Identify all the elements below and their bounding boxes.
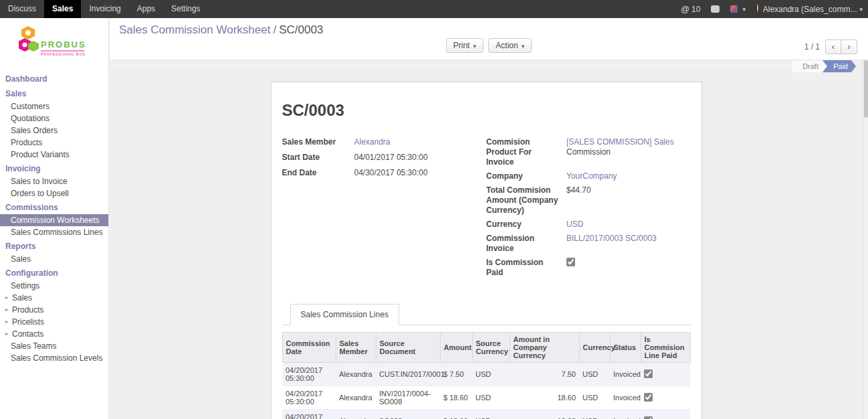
col-source-currency[interactable]: Source Currency <box>472 333 510 363</box>
sidebar-item-products[interactable]: Products <box>0 137 108 149</box>
sidebar-heading-invoicing[interactable]: Invoicing <box>0 161 108 175</box>
col-is-commission-line-paid[interactable]: Is Commision Line Paid <box>641 333 690 363</box>
cell-company-amount: 18.60 <box>510 386 579 410</box>
end-date-value: 04/30/2017 05:30:00 <box>354 168 428 178</box>
commission-invoice-link[interactable]: BILL/2017/0003 SC/0003 <box>566 234 657 243</box>
col-commission-date[interactable]: Commission Date <box>282 333 336 363</box>
user-menu[interactable]: Alexandra (Sales_comm... ▾ <box>751 0 868 18</box>
company-link[interactable]: YourCompany <box>566 171 617 181</box>
pager-next-button[interactable]: › <box>841 39 857 54</box>
col-sales-member[interactable]: Sales Member <box>336 333 376 363</box>
apps-switcher-button[interactable]: ▾ <box>725 0 751 18</box>
sidebar-item-config-settings[interactable]: Settings <box>0 280 108 292</box>
field-start-date: Start Date 04/01/2017 05:30:00 <box>282 153 487 163</box>
cell-status: Invoiced <box>610 386 641 410</box>
sidebar-item-label: Sales <box>12 294 32 302</box>
line-paid-checkbox[interactable] <box>644 416 653 419</box>
menu-sales[interactable]: Sales <box>44 0 81 18</box>
cell-date: 04/20/2017 05:30:00 <box>282 363 336 386</box>
cell-source-currency: USD <box>472 386 510 410</box>
table-header-row: Commission Date Sales Member Source Docu… <box>282 333 690 363</box>
currency-link[interactable]: USD <box>566 220 583 229</box>
sidebar-item-sales-orders[interactable]: Sales Orders <box>0 124 108 137</box>
table-row[interactable]: 04/20/2017 05:30:00 Alexandra CUST.IN/20… <box>282 363 690 386</box>
sidebar-heading-sales[interactable]: Sales <box>0 86 108 100</box>
field-company: Company YourCompany <box>486 171 691 181</box>
col-currency[interactable]: Currency <box>579 333 610 363</box>
field-label: Start Date <box>282 153 354 163</box>
sidebar-item-reports-sales[interactable]: Sales <box>0 253 108 265</box>
menu-invoicing[interactable]: Invoicing <box>81 0 128 18</box>
sidebar-item-config-products[interactable]: ▸ Products <box>0 304 108 316</box>
sidebar-item-sales-commission-levels[interactable]: Sales Commission Levels <box>0 352 108 364</box>
sidebar-item-commission-worksheets[interactable]: Commission Worksheets <box>0 214 108 226</box>
cell-source: CUST.IN/2017/0001 <box>376 363 440 386</box>
sidebar-heading-configuration[interactable]: Configuration <box>0 265 108 280</box>
status-draft[interactable]: Draft <box>792 60 827 72</box>
sidebar-heading-reports[interactable]: Reports <box>0 238 108 253</box>
field-sales-member: Sales Member Alexandra <box>282 137 487 147</box>
field-label: Company <box>486 171 566 181</box>
sidebar-item-config-contacts[interactable]: ▸ Contacts <box>0 328 108 340</box>
sidebar-item-orders-to-upsell[interactable]: Orders to Upsell <box>0 187 108 199</box>
chevron-right-icon: ▸ <box>5 330 9 338</box>
messages-button[interactable] <box>706 0 725 18</box>
pager-previous-button[interactable]: ‹ <box>825 39 841 54</box>
sidebar-heading-dashboard[interactable]: Dashboard <box>0 71 108 86</box>
col-amount-company-currency[interactable]: Amount in Company Currency <box>510 333 579 363</box>
field-label: End Date <box>282 168 354 178</box>
field-currency: Currency USD <box>486 220 691 230</box>
sidebar-item-config-pricelists[interactable]: ▸ Pricelists <box>0 316 108 328</box>
notebook-tabs: Sales Commission Lines <box>282 303 691 325</box>
sidebar-item-config-sales[interactable]: ▸ Sales <box>0 292 108 304</box>
col-source-document[interactable]: Source Document <box>376 333 440 363</box>
top-navbar: Discuss Sales Invoicing Apps Settings @ … <box>0 0 868 18</box>
line-paid-checkbox[interactable] <box>644 369 653 378</box>
sidebar-item-label: Pricelists <box>12 318 44 326</box>
sidebar-item-product-variants[interactable]: Product Variants <box>0 149 108 161</box>
cell-paid <box>641 410 690 419</box>
sidebar-item-quotations[interactable]: Quotations <box>0 112 108 124</box>
scrollbar-thumb[interactable] <box>864 60 868 118</box>
sidebar-item-label: Contacts <box>12 330 43 338</box>
col-amount[interactable]: Amount <box>440 333 472 363</box>
scrollbar-track[interactable] <box>863 60 868 419</box>
is-commission-paid-checkbox[interactable] <box>566 258 575 266</box>
field-groups: Sales Member Alexandra Start Date 04/01/… <box>282 137 691 282</box>
print-button[interactable]: Print▾ <box>446 38 483 53</box>
inbox-mentions-button[interactable]: @ 10 <box>675 0 706 18</box>
status-paid[interactable]: Paid <box>823 60 856 72</box>
chevron-right-icon: ▸ <box>5 318 9 326</box>
sidebar-item-sales-teams[interactable]: Sales Teams <box>0 340 108 352</box>
cell-source-currency: USD <box>472 410 510 419</box>
mention-count: 10 <box>691 5 700 14</box>
menu-apps[interactable]: Apps <box>129 0 163 18</box>
table-row[interactable]: 04/20/2017 05:30:00 Alexandra INV/2017/0… <box>282 386 690 410</box>
cell-date: 04/20/2017 05:30:00 <box>282 386 336 410</box>
avatar <box>756 3 759 15</box>
sidebar-item-sales-to-invoice[interactable]: Sales to Invoice <box>0 175 108 187</box>
field-commission-product: Commision Product For Invoice [SALES COM… <box>486 137 691 167</box>
menu-discuss[interactable]: Discuss <box>0 0 44 18</box>
sidebar-heading-commissions[interactable]: Commissions <box>0 199 108 214</box>
commission-product-link[interactable]: [SALES COMMISSION] Sales <box>566 137 674 147</box>
table-row[interactable]: 04/20/2017 10:35:53 Alexandra SO008 $ 18… <box>282 410 690 419</box>
col-status[interactable]: Status <box>610 333 641 363</box>
sales-member-link[interactable]: Alexandra <box>354 137 391 147</box>
line-paid-checkbox[interactable] <box>644 393 653 402</box>
field-commission-invoice: Commission Invoice BILL/2017/0003 SC/000… <box>486 234 691 254</box>
control-panel: Sales Commission Worksheet/SC/0003 Print… <box>110 18 868 60</box>
chevron-right-icon: ▸ <box>5 294 9 302</box>
commission-lines-table: Commission Date Sales Member Source Docu… <box>282 332 691 419</box>
cell-date: 04/20/2017 10:35:53 <box>282 410 336 419</box>
action-button[interactable]: Action▾ <box>488 38 532 53</box>
menu-settings[interactable]: Settings <box>163 0 208 18</box>
form-sheet: SC/0003 Sales Member Alexandra Start Dat… <box>271 82 702 419</box>
cell-member: Alexandra <box>336 410 376 419</box>
sidebar-item-customers[interactable]: Customers <box>0 100 108 112</box>
cell-member: Alexandra <box>336 363 376 386</box>
breadcrumb-parent-link[interactable]: Sales Commission Worksheet <box>119 23 270 36</box>
sidebar-item-sales-commissions-lines[interactable]: Sales Commissions Lines <box>0 226 108 238</box>
total-commission-value: $44.70 <box>566 185 591 216</box>
tab-sales-commission-lines[interactable]: Sales Commission Lines <box>290 304 399 325</box>
